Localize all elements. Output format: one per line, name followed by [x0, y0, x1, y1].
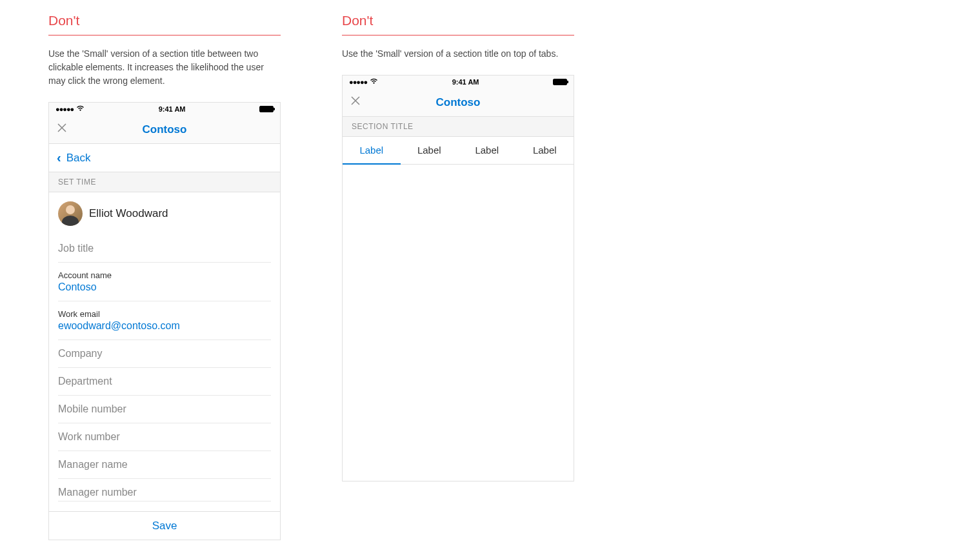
company-field[interactable]: Company: [58, 340, 271, 368]
work-email-field[interactable]: Work email ewoodward@contoso.com: [58, 301, 271, 340]
tabs-row: Label Label Label Label: [343, 137, 574, 165]
save-button[interactable]: Save: [152, 520, 177, 532]
company-placeholder: Company: [58, 348, 271, 360]
status-time: 9:41 AM: [159, 105, 186, 113]
avatar: [58, 201, 83, 226]
form-scroll: Elliot Woodward Job title Account name C…: [49, 192, 280, 511]
chevron-left-icon: ‹: [57, 150, 61, 165]
status-time: 9:41 AM: [452, 78, 479, 86]
battery-icon: [553, 79, 567, 85]
account-name-label: Account name: [58, 270, 271, 280]
battery-icon: [259, 106, 274, 112]
work-email-value: ewoodward@contoso.com: [58, 320, 271, 332]
manager-name-placeholder: Manager name: [58, 459, 271, 471]
section-title-generic: SECTION TITLE: [343, 117, 574, 137]
department-placeholder: Department: [58, 376, 271, 387]
tab-1[interactable]: Label: [343, 137, 401, 165]
status-bar: ●●●●● 9:41 AM: [49, 103, 280, 116]
account-name-field[interactable]: Account name Contoso: [58, 263, 271, 301]
mobile-number-placeholder: Mobile number: [58, 403, 271, 415]
department-field[interactable]: Department: [58, 368, 271, 396]
status-left: ●●●●●: [55, 105, 85, 113]
wifi-icon: [370, 78, 378, 86]
signal-icon: ●●●●●: [349, 78, 367, 86]
mobile-number-field[interactable]: Mobile number: [58, 396, 271, 423]
section-title-set-time: SET TIME: [49, 172, 280, 192]
work-email-label: Work email: [58, 309, 271, 319]
manager-number-placeholder: Manager number: [58, 487, 271, 498]
phone-mock-1: ●●●●● 9:41 AM Contoso ‹ Back SET TIME: [48, 102, 281, 540]
dont-header-2: Don't: [342, 13, 574, 35]
status-bar: ●●●●● 9:41 AM: [343, 76, 574, 88]
manager-number-field[interactable]: Manager number: [58, 479, 271, 501]
close-icon[interactable]: [57, 123, 67, 136]
description-1: Use the 'Small' version of a section tit…: [48, 47, 281, 88]
manager-name-field[interactable]: Manager name: [58, 451, 271, 479]
form-fields: Job title Account name Contoso Work emai…: [49, 235, 280, 501]
work-number-placeholder: Work number: [58, 431, 271, 443]
signal-icon: ●●●●●: [55, 105, 74, 113]
nav-title: Contoso: [143, 123, 187, 136]
account-name-value: Contoso: [58, 281, 271, 293]
back-label: Back: [66, 152, 91, 165]
nav-bar: Contoso: [343, 88, 574, 117]
tab-3[interactable]: Label: [458, 137, 516, 164]
contact-row[interactable]: Elliot Woodward: [49, 192, 280, 235]
status-left: ●●●●●: [349, 78, 378, 86]
work-number-field[interactable]: Work number: [58, 423, 271, 451]
back-button[interactable]: ‹ Back: [49, 144, 280, 172]
description-2: Use the 'Small' version of a section tit…: [342, 47, 574, 61]
tab-4[interactable]: Label: [516, 137, 574, 164]
nav-bar: Contoso: [49, 116, 280, 144]
example-dont-1: Don't Use the 'Small' version of a secti…: [48, 13, 281, 540]
job-title-field[interactable]: Job title: [58, 235, 271, 263]
close-icon[interactable]: [350, 96, 361, 109]
contact-name: Elliot Woodward: [89, 207, 168, 220]
dont-header-1: Don't: [48, 13, 281, 35]
tab-2[interactable]: Label: [401, 137, 459, 164]
job-title-placeholder: Job title: [58, 243, 271, 254]
nav-title: Contoso: [436, 96, 481, 109]
save-bar: Save: [49, 511, 280, 540]
example-dont-2: Don't Use the 'Small' version of a secti…: [342, 13, 574, 540]
phone-mock-2: ●●●●● 9:41 AM Contoso SECTION TITLE Labe…: [342, 75, 574, 481]
wifi-icon: [76, 105, 85, 113]
empty-content: [343, 165, 574, 481]
